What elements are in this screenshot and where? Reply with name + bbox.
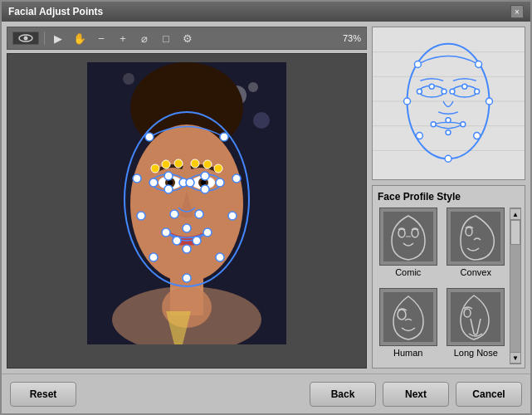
slash-tool[interactable]: ⌀ bbox=[136, 30, 153, 46]
profile-thumb-comic bbox=[379, 208, 437, 266]
svg-point-75 bbox=[450, 89, 455, 94]
profile-item-human[interactable]: Human bbox=[376, 288, 441, 365]
profile-item-comic[interactable]: Comic bbox=[376, 208, 441, 285]
button-bar: Reset Back Next Cancel bbox=[2, 374, 530, 413]
left-buttons: Reset bbox=[10, 382, 76, 407]
svg-point-33 bbox=[133, 174, 141, 183]
svg-point-52 bbox=[186, 178, 194, 187]
svg-point-41 bbox=[195, 210, 203, 218]
content-area: ▶ ✋ − + ⌀ □ ⚙ 73% bbox=[2, 22, 530, 374]
face-image bbox=[87, 62, 286, 344]
zoom-level: 73% bbox=[343, 33, 361, 43]
profile-thumb-human bbox=[379, 288, 437, 346]
cursor-tool[interactable]: ▶ bbox=[50, 30, 66, 46]
svg-point-48 bbox=[149, 178, 158, 187]
profile-thumb-convex bbox=[447, 208, 505, 266]
dialog-facial-adjust: Facial Adjust Points × ▶ ✋ − + ⌀ □ bbox=[0, 0, 532, 415]
svg-point-30 bbox=[214, 164, 222, 173]
svg-point-76 bbox=[475, 89, 480, 94]
svg-point-53 bbox=[201, 172, 209, 180]
svg-point-42 bbox=[162, 228, 170, 237]
profile-item-long-nose[interactable]: Long Nose bbox=[444, 288, 509, 365]
profile-scrollbar: ▲ ▼ bbox=[510, 208, 521, 364]
svg-point-55 bbox=[201, 185, 209, 193]
separator-1 bbox=[44, 32, 45, 45]
left-panel: ▶ ✋ − + ⌀ □ ⚙ 73% bbox=[7, 27, 367, 369]
svg-point-81 bbox=[446, 130, 451, 135]
eye-tool-button[interactable] bbox=[12, 32, 39, 45]
svg-point-32 bbox=[220, 133, 228, 141]
svg-point-27 bbox=[174, 159, 183, 168]
right-panel: Face Profile Style bbox=[372, 27, 525, 369]
face-photo-bg bbox=[87, 62, 286, 344]
back-button[interactable]: Back bbox=[310, 382, 376, 407]
close-button[interactable]: × bbox=[510, 5, 524, 18]
svg-point-72 bbox=[417, 89, 422, 94]
svg-point-26 bbox=[162, 160, 170, 168]
svg-point-38 bbox=[216, 253, 224, 261]
svg-point-73 bbox=[442, 89, 447, 94]
reset-button[interactable]: Reset bbox=[10, 382, 76, 407]
svg-rect-88 bbox=[383, 292, 433, 342]
profile-thumb-long-nose bbox=[447, 288, 505, 346]
svg-point-71 bbox=[474, 133, 481, 139]
profile-grid: Comic bbox=[376, 208, 508, 364]
svg-point-80 bbox=[461, 122, 466, 127]
svg-point-51 bbox=[164, 185, 173, 193]
svg-point-36 bbox=[228, 212, 237, 220]
profile-label-human: Human bbox=[393, 348, 422, 358]
scrollbar-thumb[interactable] bbox=[510, 220, 520, 245]
svg-point-49 bbox=[164, 172, 173, 180]
face-outline bbox=[87, 62, 286, 344]
svg-point-44 bbox=[203, 228, 212, 237]
profile-style-panel: Face Profile Style bbox=[372, 185, 525, 369]
svg-point-47 bbox=[183, 245, 191, 253]
svg-point-1 bbox=[24, 37, 28, 41]
svg-point-67 bbox=[414, 61, 421, 68]
svg-point-46 bbox=[193, 237, 201, 245]
profile-label-long-nose: Long Nose bbox=[454, 348, 498, 358]
svg-point-69 bbox=[445, 155, 451, 162]
svg-point-40 bbox=[170, 210, 178, 218]
svg-point-22 bbox=[124, 112, 249, 286]
svg-point-66 bbox=[486, 98, 493, 105]
rect-tool[interactable]: □ bbox=[158, 30, 174, 46]
svg-point-28 bbox=[191, 159, 199, 168]
zoom-in-tool[interactable]: + bbox=[115, 30, 131, 46]
svg-point-31 bbox=[145, 133, 154, 141]
face-preview bbox=[372, 27, 525, 180]
svg-point-79 bbox=[446, 118, 451, 123]
gear-tool[interactable]: ⚙ bbox=[179, 30, 196, 46]
svg-point-37 bbox=[149, 253, 158, 261]
scrollbar-down[interactable]: ▼ bbox=[510, 352, 521, 364]
svg-point-25 bbox=[151, 164, 159, 173]
svg-point-54 bbox=[216, 178, 224, 187]
title-bar: Facial Adjust Points × bbox=[2, 2, 530, 22]
profile-item-convex[interactable]: Convex bbox=[444, 208, 509, 285]
right-buttons: Back Next Cancel bbox=[310, 382, 522, 407]
svg-point-74 bbox=[429, 84, 434, 89]
canvas-area bbox=[7, 53, 367, 369]
svg-point-35 bbox=[137, 212, 145, 220]
svg-point-39 bbox=[183, 274, 191, 282]
next-button[interactable]: Next bbox=[383, 382, 449, 407]
scrollbar-track[interactable] bbox=[510, 220, 520, 352]
svg-point-45 bbox=[173, 237, 181, 245]
cancel-button[interactable]: Cancel bbox=[456, 382, 522, 407]
toolbar: ▶ ✋ − + ⌀ □ ⚙ 73% bbox=[7, 27, 367, 50]
dialog-title: Facial Adjust Points bbox=[8, 6, 103, 17]
svg-point-78 bbox=[431, 122, 436, 127]
svg-point-65 bbox=[404, 98, 411, 105]
zoom-out-tool[interactable]: − bbox=[93, 30, 110, 46]
svg-point-43 bbox=[183, 224, 191, 232]
svg-point-68 bbox=[476, 61, 482, 68]
hand-tool[interactable]: ✋ bbox=[71, 30, 88, 46]
profile-label-convex: Convex bbox=[461, 267, 491, 277]
profile-grid-container: Comic bbox=[376, 208, 521, 364]
scrollbar-up[interactable]: ▲ bbox=[510, 208, 521, 220]
svg-point-77 bbox=[462, 84, 467, 89]
svg-point-34 bbox=[232, 174, 241, 183]
profile-label-comic: Comic bbox=[395, 267, 421, 277]
profile-style-title: Face Profile Style bbox=[376, 189, 521, 204]
svg-point-29 bbox=[203, 160, 212, 168]
